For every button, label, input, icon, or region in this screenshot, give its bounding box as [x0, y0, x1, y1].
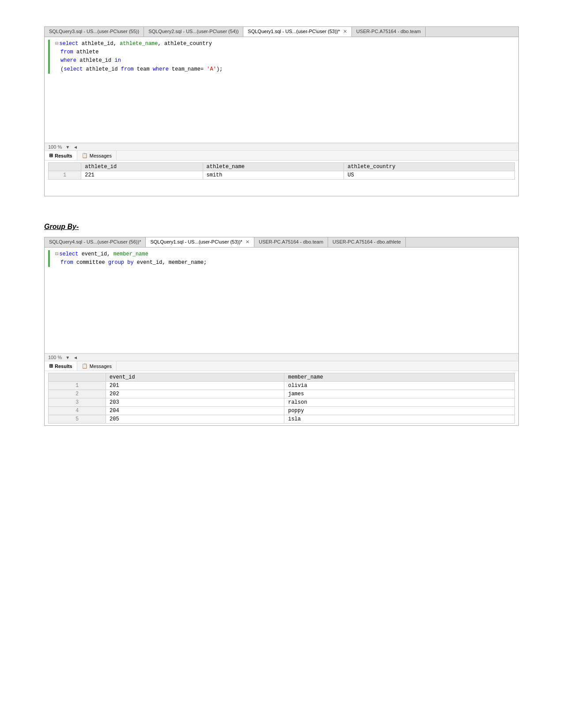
zoom-up-btn-2[interactable]: ◄ [73, 355, 78, 360]
col-header-member-name: member_name [284, 373, 515, 382]
close-icon[interactable]: ✕ [343, 29, 347, 34]
results-tabs-2: ⊞ Results 📋 Messages [45, 361, 518, 371]
code-line-4: ( select athlete_id from team where team… [55, 65, 515, 74]
cell-member-name: isla [284, 415, 515, 424]
code-line-gb-1: ⊟ select event_id, member_name [55, 250, 515, 259]
cell-member-name: ralson [284, 398, 515, 407]
cell-event-id: 204 [106, 407, 284, 415]
col-header-athlete-name: athlete_name [203, 163, 344, 171]
tab-sqlquery4[interactable]: SQLQuery4.sql - US...(user-PC\user (56))… [45, 237, 146, 247]
page-container: SQLQuery3.sql - US...(user-PC\user (55))… [0, 0, 563, 479]
status-bar-1: 100 % ▼ ◄ [45, 143, 518, 150]
editor-area-2[interactable]: ⊟ select event_id, member_name from comm… [45, 248, 518, 353]
results-area-2: event_id member_name 1 201 olivia 2 202 [45, 371, 518, 425]
code-line-3: where athlete_id in [55, 56, 515, 65]
collapse-icon[interactable]: ⊟ [55, 40, 58, 48]
zoom-level-2: 100 % [48, 355, 62, 360]
results-pane-2: ⊞ Results 📋 Messages event_id member_nam… [45, 361, 518, 425]
results-pane-1: ⊞ Results 📋 Messages athlete_id athlete_… [45, 150, 518, 196]
tab-sqlquery1-active-2[interactable]: SQLQuery1.sql - US...(user-PC\user (53))… [146, 237, 254, 247]
table-row: 1 221 smith US [49, 171, 515, 180]
cell-member-name: james [284, 390, 515, 398]
row-number: 3 [49, 398, 106, 407]
zoom-down-btn-2[interactable]: ▼ [65, 355, 70, 360]
cell-athlete-name: smith [203, 171, 344, 180]
ssms-window-2: SQLQuery4.sql - US...(user-PC\user (56))… [44, 237, 519, 426]
zoom-down-btn[interactable]: ▼ [65, 145, 70, 150]
col-header-event-id: event_id [106, 373, 284, 382]
tab-dbo-team[interactable]: USER-PC.A75164 - dbo.team [352, 27, 426, 37]
results-tab-label-2: Results [55, 364, 72, 369]
section2-heading: Group By- [44, 223, 519, 231]
results-tab-label: Results [55, 153, 72, 158]
row-number: 1 [49, 382, 106, 390]
results-tabs-1: ⊞ Results 📋 Messages [45, 151, 518, 161]
col-header-athlete-id: athlete_id [81, 163, 203, 171]
cell-event-id: 205 [106, 415, 284, 424]
cell-event-id: 201 [106, 382, 284, 390]
results-table-2: event_id member_name 1 201 olivia 2 202 [48, 373, 515, 424]
cell-member-name: olivia [284, 382, 515, 390]
collapse-icon-2[interactable]: ⊟ [55, 250, 58, 259]
results-table-1: athlete_id athlete_name athlete_country … [48, 162, 515, 180]
tab-bar-1: SQLQuery3.sql - US...(user-PC\user (55))… [45, 27, 518, 37]
tab-label: SQLQuery3.sql - US...(user-PC\user (55)) [49, 29, 139, 34]
cell-member-name: poppy [284, 407, 515, 415]
tab-sqlquery2[interactable]: SQLQuery2.sql - US...(user-PC\user (54)) [144, 27, 243, 37]
grid-icon-2: ⊞ [49, 363, 53, 369]
row-number: 5 [49, 415, 106, 424]
code-line-2: from athlete [55, 48, 515, 56]
code-line-gb-2: from committee group by event_id, member… [55, 259, 515, 267]
results-area-1: athlete_id athlete_name athlete_country … [45, 161, 518, 196]
table-row: 1 201 olivia [49, 382, 515, 390]
tab-label: SQLQuery1.sql - US...(user-PC\user (53))… [150, 239, 242, 244]
table-row: 2 202 james [49, 390, 515, 398]
tab-label: USER-PC.A75164 - dbo.athlete [333, 239, 401, 244]
message-icon: 📋 [82, 153, 88, 158]
table-row: 3 203 ralson [49, 398, 515, 407]
row-number: 1 [49, 171, 81, 180]
code-line-1: ⊟ select athlete_id, athlete_name , athl… [55, 40, 515, 48]
cell-athlete-country: US [344, 171, 515, 180]
tab-label: USER-PC.A75164 - dbo.team [356, 29, 421, 34]
tab-sqlquery3[interactable]: SQLQuery3.sql - US...(user-PC\user (55)) [45, 27, 144, 37]
tab-sqlquery1-active[interactable]: SQLQuery1.sql - US...(user-PC\user (53))… [243, 27, 352, 37]
tab-dbo-athlete[interactable]: USER-PC.A75164 - dbo.athlete [328, 237, 406, 247]
tab-label: SQLQuery1.sql - US...(user-PC\user (53))… [248, 29, 340, 34]
tab-bar-2: SQLQuery4.sql - US...(user-PC\user (56))… [45, 237, 518, 248]
tab-label: USER-PC.A75164 - dbo.team [259, 239, 323, 244]
zoom-up-btn[interactable]: ◄ [73, 145, 78, 150]
table-row: 4 204 poppy [49, 407, 515, 415]
editor-area-1[interactable]: ⊟ select athlete_id, athlete_name , athl… [45, 37, 518, 143]
zoom-level: 100 % [48, 144, 62, 150]
close-icon[interactable]: ✕ [246, 239, 249, 244]
col-header-empty-2 [49, 373, 106, 382]
cell-athlete-id: 221 [81, 171, 203, 180]
col-header-empty [49, 163, 81, 171]
results-tab-messages[interactable]: 📋 Messages [77, 151, 117, 160]
message-icon-2: 📋 [82, 363, 88, 369]
col-header-athlete-country: athlete_country [344, 163, 515, 171]
results-tab-messages-2[interactable]: 📋 Messages [77, 361, 117, 371]
tab-label: SQLQuery2.sql - US...(user-PC\user (54)) [148, 29, 238, 34]
tab-label: SQLQuery4.sql - US...(user-PC\user (56))… [49, 239, 141, 244]
row-number: 4 [49, 407, 106, 415]
cell-event-id: 202 [106, 390, 284, 398]
results-tab-results[interactable]: ⊞ Results [45, 151, 77, 160]
cell-event-id: 203 [106, 398, 284, 407]
messages-tab-label-2: Messages [90, 364, 112, 369]
results-tab-results-2[interactable]: ⊞ Results [45, 361, 77, 371]
ssms-window-1: SQLQuery3.sql - US...(user-PC\user (55))… [44, 26, 519, 196]
row-number: 2 [49, 390, 106, 398]
messages-tab-label: Messages [90, 153, 112, 158]
grid-icon: ⊞ [49, 153, 53, 158]
table-row: 5 205 isla [49, 415, 515, 424]
tab-dbo-team-2[interactable]: USER-PC.A75164 - dbo.team [254, 237, 328, 247]
status-bar-2: 100 % ▼ ◄ [45, 353, 518, 361]
